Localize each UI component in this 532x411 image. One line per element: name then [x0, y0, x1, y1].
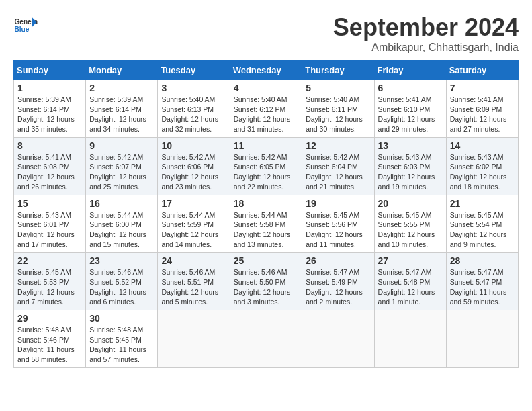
day-info: Sunrise: 5:45 AMSunset: 5:56 PMDaylight:…: [306, 210, 370, 250]
day-info: Sunrise: 5:46 AMSunset: 5:51 PMDaylight:…: [161, 267, 226, 307]
day-number: 1: [17, 83, 82, 93]
calendar-cell: 8Sunrise: 5:41 AMSunset: 6:08 PMDaylight…: [14, 137, 86, 195]
calendar-cell: 30Sunrise: 5:48 AMSunset: 5:45 PMDayligh…: [86, 310, 158, 368]
day-info: Sunrise: 5:45 AMSunset: 5:54 PMDaylight:…: [450, 210, 515, 250]
day-number: 9: [89, 140, 154, 151]
day-number: 25: [234, 255, 299, 266]
day-number: 11: [234, 140, 299, 151]
calendar-cell: 7Sunrise: 5:41 AMSunset: 6:09 PMDaylight…: [446, 80, 518, 138]
day-number: 17: [161, 198, 226, 209]
calendar-cell: 29Sunrise: 5:48 AMSunset: 5:46 PMDayligh…: [14, 310, 86, 368]
calendar-cell: 6Sunrise: 5:41 AMSunset: 6:10 PMDaylight…: [374, 80, 446, 138]
calendar-cell: 14Sunrise: 5:43 AMSunset: 6:02 PMDayligh…: [446, 137, 518, 195]
day-info: Sunrise: 5:47 AMSunset: 5:47 PMDaylight:…: [450, 267, 515, 307]
logo-icon: General Blue: [13, 13, 38, 38]
day-info: Sunrise: 5:40 AMSunset: 6:12 PMDaylight:…: [234, 95, 299, 134]
day-info: Sunrise: 5:44 AMSunset: 5:58 PMDaylight:…: [234, 210, 299, 250]
calendar-cell: 19Sunrise: 5:45 AMSunset: 5:56 PMDayligh…: [302, 195, 374, 253]
day-info: Sunrise: 5:45 AMSunset: 5:55 PMDaylight:…: [378, 210, 443, 250]
day-info: Sunrise: 5:47 AMSunset: 5:49 PMDaylight:…: [306, 267, 370, 307]
calendar-cell: 17Sunrise: 5:44 AMSunset: 5:59 PMDayligh…: [158, 195, 230, 253]
day-info: Sunrise: 5:41 AMSunset: 6:10 PMDaylight:…: [378, 95, 443, 134]
day-info: Sunrise: 5:42 AMSunset: 6:05 PMDaylight:…: [234, 152, 299, 192]
calendar-cell: 27Sunrise: 5:47 AMSunset: 5:48 PMDayligh…: [374, 253, 446, 310]
day-number: 23: [89, 255, 154, 266]
day-info: Sunrise: 5:44 AMSunset: 5:59 PMDaylight:…: [161, 210, 226, 250]
day-info: Sunrise: 5:43 AMSunset: 6:03 PMDaylight:…: [378, 152, 443, 192]
day-info: Sunrise: 5:42 AMSunset: 6:06 PMDaylight:…: [161, 152, 226, 192]
calendar-cell: 3Sunrise: 5:40 AMSunset: 6:13 PMDaylight…: [158, 80, 230, 138]
day-number: 3: [161, 83, 226, 93]
day-number: 22: [17, 255, 82, 266]
calendar-cell: 16Sunrise: 5:44 AMSunset: 6:00 PMDayligh…: [86, 195, 158, 253]
calendar-cell: 12Sunrise: 5:42 AMSunset: 6:04 PMDayligh…: [302, 137, 374, 195]
column-header-friday: Friday: [374, 61, 446, 80]
calendar-body: 1Sunrise: 5:39 AMSunset: 6:14 PMDaylight…: [14, 80, 519, 368]
calendar-cell: 20Sunrise: 5:45 AMSunset: 5:55 PMDayligh…: [374, 195, 446, 253]
title-section: September 2024 Ambikapur, Chhattisgarh, …: [333, 13, 519, 54]
calendar-cell: 18Sunrise: 5:44 AMSunset: 5:58 PMDayligh…: [230, 195, 302, 253]
month-title: September 2024: [333, 13, 519, 42]
day-info: Sunrise: 5:44 AMSunset: 6:00 PMDaylight:…: [89, 210, 154, 250]
calendar-week-row: 8Sunrise: 5:41 AMSunset: 6:08 PMDaylight…: [14, 137, 519, 195]
day-info: Sunrise: 5:43 AMSunset: 6:01 PMDaylight:…: [17, 210, 82, 250]
day-number: 6: [378, 83, 443, 93]
day-number: 2: [89, 83, 154, 93]
day-number: 5: [306, 83, 370, 93]
column-header-monday: Monday: [86, 61, 158, 80]
calendar-cell: 9Sunrise: 5:42 AMSunset: 6:07 PMDaylight…: [86, 137, 158, 195]
calendar-week-row: 1Sunrise: 5:39 AMSunset: 6:14 PMDaylight…: [14, 80, 519, 138]
calendar-cell: 23Sunrise: 5:46 AMSunset: 5:52 PMDayligh…: [86, 253, 158, 310]
calendar-cell: [302, 310, 374, 368]
column-header-tuesday: Tuesday: [158, 61, 230, 80]
calendar-week-row: 22Sunrise: 5:45 AMSunset: 5:53 PMDayligh…: [14, 253, 519, 310]
calendar-cell: 2Sunrise: 5:39 AMSunset: 6:14 PMDaylight…: [86, 80, 158, 138]
day-info: Sunrise: 5:40 AMSunset: 6:11 PMDaylight:…: [306, 95, 370, 134]
day-info: Sunrise: 5:42 AMSunset: 6:07 PMDaylight:…: [89, 152, 154, 192]
day-number: 15: [17, 198, 82, 209]
calendar-cell: 24Sunrise: 5:46 AMSunset: 5:51 PMDayligh…: [158, 253, 230, 310]
location-title: Ambikapur, Chhattisgarh, India: [333, 42, 519, 54]
day-info: Sunrise: 5:46 AMSunset: 5:52 PMDaylight:…: [89, 267, 154, 307]
calendar-cell: [158, 310, 230, 368]
day-number: 28: [450, 255, 515, 266]
day-number: 4: [234, 83, 299, 93]
calendar-week-row: 15Sunrise: 5:43 AMSunset: 6:01 PMDayligh…: [14, 195, 519, 253]
day-number: 12: [306, 140, 370, 151]
day-info: Sunrise: 5:48 AMSunset: 5:45 PMDaylight:…: [89, 325, 154, 365]
column-header-wednesday: Wednesday: [230, 61, 302, 80]
day-number: 21: [450, 198, 515, 209]
calendar-cell: 22Sunrise: 5:45 AMSunset: 5:53 PMDayligh…: [14, 253, 86, 310]
column-header-saturday: Saturday: [446, 61, 518, 80]
calendar-header-row: SundayMondayTuesdayWednesdayThursdayFrid…: [14, 61, 519, 80]
day-number: 20: [378, 198, 443, 209]
calendar-cell: 26Sunrise: 5:47 AMSunset: 5:49 PMDayligh…: [302, 253, 374, 310]
day-info: Sunrise: 5:48 AMSunset: 5:46 PMDaylight:…: [17, 325, 82, 365]
day-number: 30: [89, 313, 154, 324]
logo: General Blue: [13, 13, 38, 38]
day-number: 26: [306, 255, 370, 266]
day-number: 18: [234, 198, 299, 209]
svg-text:Blue: Blue: [14, 26, 29, 33]
day-info: Sunrise: 5:41 AMSunset: 6:08 PMDaylight:…: [17, 152, 82, 192]
day-number: 24: [161, 255, 226, 266]
day-info: Sunrise: 5:43 AMSunset: 6:02 PMDaylight:…: [450, 152, 515, 192]
calendar-cell: 28Sunrise: 5:47 AMSunset: 5:47 PMDayligh…: [446, 253, 518, 310]
calendar-week-row: 29Sunrise: 5:48 AMSunset: 5:46 PMDayligh…: [14, 310, 519, 368]
day-number: 10: [161, 140, 226, 151]
calendar-cell: [230, 310, 302, 368]
day-info: Sunrise: 5:39 AMSunset: 6:14 PMDaylight:…: [17, 95, 82, 134]
day-number: 16: [89, 198, 154, 209]
day-info: Sunrise: 5:41 AMSunset: 6:09 PMDaylight:…: [450, 95, 515, 134]
calendar-cell: 1Sunrise: 5:39 AMSunset: 6:14 PMDaylight…: [14, 80, 86, 138]
calendar-cell: 10Sunrise: 5:42 AMSunset: 6:06 PMDayligh…: [158, 137, 230, 195]
day-info: Sunrise: 5:45 AMSunset: 5:53 PMDaylight:…: [17, 267, 82, 307]
day-info: Sunrise: 5:42 AMSunset: 6:04 PMDaylight:…: [306, 152, 370, 192]
day-number: 14: [450, 140, 515, 151]
calendar-cell: [446, 310, 518, 368]
day-number: 27: [378, 255, 443, 266]
calendar-cell: 15Sunrise: 5:43 AMSunset: 6:01 PMDayligh…: [14, 195, 86, 253]
day-number: 8: [17, 140, 82, 151]
day-number: 13: [378, 140, 443, 151]
calendar-cell: 25Sunrise: 5:46 AMSunset: 5:50 PMDayligh…: [230, 253, 302, 310]
